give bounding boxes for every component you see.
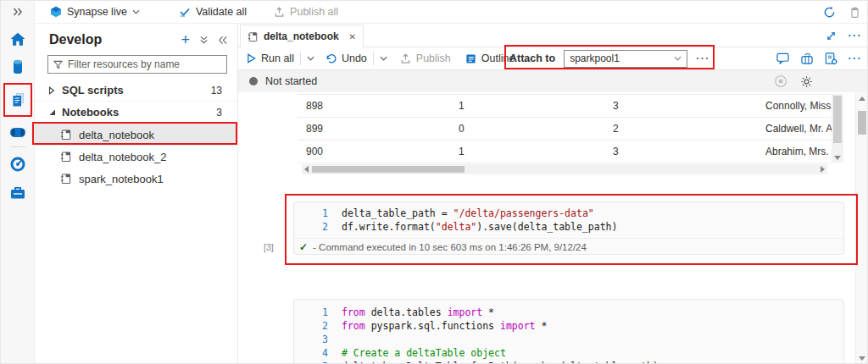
database-icon bbox=[11, 59, 25, 74]
code-line: 2 from pyspark.sql.functions import * bbox=[294, 319, 843, 333]
notebook-scrollbar-thumb[interactable] bbox=[858, 111, 866, 135]
refresh-icon[interactable] bbox=[823, 6, 836, 19]
table-horizontal-scrollbar[interactable] bbox=[302, 164, 827, 174]
collapse-all-icon[interactable] bbox=[199, 35, 209, 45]
run-all-label: Run all bbox=[261, 52, 294, 64]
develop-panel: Develop + SQL scripts 13 Notebooks 3 de bbox=[35, 24, 238, 364]
attach-to-dropdown[interactable]: sparkpool1 bbox=[564, 50, 687, 68]
tree-item-label: delta_notebook bbox=[79, 129, 154, 141]
table-cell: 899 bbox=[298, 123, 450, 135]
run-all-button[interactable]: Run all bbox=[247, 52, 294, 64]
develop-panel-title: Develop bbox=[49, 32, 102, 47]
spark-pool-icon[interactable] bbox=[800, 52, 814, 65]
undo-button[interactable]: Undo bbox=[326, 52, 367, 64]
session-status-bar: Not started bbox=[238, 70, 868, 92]
table-row[interactable]: 899 0 2 Caldwell, Mr. Albert bbox=[298, 117, 832, 140]
results-table: 898 1 3 Connolly, Miss. Kate 899 0 2 Cal… bbox=[298, 94, 832, 163]
tree-item-spark-notebook1[interactable]: spark_notebook1 bbox=[35, 168, 237, 190]
expand-rail-button[interactable] bbox=[1, 4, 35, 19]
toolbar-more-actions-icon[interactable]: ··· bbox=[849, 52, 863, 64]
code-text: df.write.format("delta").save(delta_tabl… bbox=[328, 221, 617, 233]
validate-all-button[interactable]: Validate all bbox=[170, 1, 255, 23]
nav-integrate-button[interactable] bbox=[1, 123, 35, 141]
table-row[interactable]: 900 1 3 Abrahim, Mrs. Josep bbox=[298, 140, 832, 163]
section-label: Notebooks bbox=[62, 106, 119, 119]
run-play-icon bbox=[247, 53, 256, 63]
branch-mode-dropdown[interactable]: Synapse live bbox=[42, 1, 148, 23]
editor-tab-bar: delta_notebook ✕ ··· bbox=[238, 24, 868, 47]
tree-item-delta-notebook[interactable]: delta_notebook bbox=[35, 124, 237, 146]
publish-upload-icon bbox=[274, 7, 285, 18]
publish-button[interactable]: Publish bbox=[400, 52, 451, 64]
session-status-actions bbox=[774, 70, 813, 92]
nav-manage-button[interactable] bbox=[1, 183, 35, 201]
cell-execution-index: [3] bbox=[264, 242, 274, 252]
synapse-studio-window: Synapse live Validate all Publish all De… bbox=[0, 0, 868, 364]
table-row[interactable]: 898 1 3 Connolly, Miss. Kate bbox=[298, 94, 832, 117]
develop-icon bbox=[11, 92, 25, 108]
scroll-down-arrow[interactable] bbox=[859, 356, 865, 361]
tree-section-sql-scripts[interactable]: SQL scripts 13 bbox=[35, 80, 237, 102]
session-status-dot bbox=[249, 77, 258, 85]
code-cell-2[interactable]: 1 from delta.tables import * 2 from pysp… bbox=[293, 299, 844, 364]
filter-resources-box bbox=[47, 55, 227, 74]
tab-delta-notebook[interactable]: delta_notebook ✕ bbox=[240, 25, 364, 48]
nav-monitor-button[interactable] bbox=[1, 155, 35, 174]
toolbar-left-group: Run all Undo Publish Outline bbox=[247, 47, 515, 69]
table-scrollbar-thumb[interactable] bbox=[833, 96, 842, 143]
line-number: 2 bbox=[294, 320, 328, 332]
table-hscrollbar-thumb[interactable] bbox=[312, 166, 465, 173]
rail-divider bbox=[10, 146, 25, 147]
run-options-chevron-icon[interactable] bbox=[307, 56, 314, 61]
discard-trash-icon[interactable] bbox=[849, 6, 860, 19]
monitor-gauge-icon bbox=[10, 157, 25, 172]
code-cell-1[interactable]: 1 delta_table_path = "/delta/passengers-… bbox=[293, 201, 844, 255]
nav-data-button[interactable] bbox=[1, 57, 35, 77]
publish-upload-icon bbox=[400, 53, 411, 64]
tree-item-delta-notebook-2[interactable]: delta_notebook_2 bbox=[35, 146, 237, 168]
cell-execution-status: ✓ - Command executed in 10 sec 603 ms on… bbox=[294, 238, 843, 255]
tree-section-notebooks[interactable]: Notebooks 3 bbox=[35, 102, 237, 124]
chevron-expanded-icon bbox=[48, 108, 60, 116]
table-cell: Caldwell, Mr. Albert bbox=[757, 123, 832, 135]
notebook-editor-area: delta_notebook ✕ ··· Run all Undo bbox=[238, 24, 868, 364]
collapse-panel-icon[interactable] bbox=[218, 36, 227, 45]
filter-resources-input[interactable] bbox=[68, 58, 221, 70]
line-number: 2 bbox=[294, 221, 328, 233]
table-vertical-scrollbar[interactable] bbox=[832, 94, 843, 163]
code-text: from delta.tables import * bbox=[328, 306, 494, 318]
tab-more-actions-icon[interactable]: ··· bbox=[849, 30, 863, 41]
table-cell: 1 bbox=[450, 146, 604, 157]
left-nav-rail bbox=[1, 1, 35, 364]
execution-status-text: - Command executed in 10 sec 603 ms on 1… bbox=[313, 242, 587, 252]
code-line: 5 deltatab = DeltaTable.forPath(spark, d… bbox=[294, 360, 843, 364]
scroll-down-arrow[interactable] bbox=[834, 156, 841, 160]
table-cell: 898 bbox=[298, 100, 450, 112]
close-tab-icon[interactable]: ✕ bbox=[349, 32, 356, 41]
code-text: deltatab = DeltaTable.forPath(spark, del… bbox=[328, 361, 659, 364]
notebook-vertical-scrollbar[interactable] bbox=[855, 92, 867, 364]
undo-options-chevron-icon[interactable] bbox=[380, 56, 387, 61]
tabbar-right-actions: ··· bbox=[826, 24, 863, 47]
stop-session-icon[interactable] bbox=[774, 74, 787, 88]
add-resource-button[interactable]: + bbox=[181, 32, 190, 47]
notebook-icon bbox=[248, 31, 258, 42]
publish-all-button[interactable]: Publish all bbox=[265, 1, 347, 23]
expand-editor-icon[interactable] bbox=[826, 30, 837, 41]
table-cell: 3 bbox=[604, 146, 757, 157]
top-command-bar: Synapse live Validate all Publish all bbox=[35, 1, 868, 24]
nav-develop-button[interactable] bbox=[1, 88, 35, 112]
attach-more-actions-icon[interactable]: ··· bbox=[696, 52, 710, 64]
comments-icon[interactable] bbox=[776, 52, 789, 64]
scroll-left-arrow[interactable] bbox=[304, 166, 309, 173]
nav-home-button[interactable] bbox=[1, 30, 35, 48]
scroll-up-arrow[interactable] bbox=[859, 97, 865, 101]
code-line: 1 delta_table_path = "/delta/passengers-… bbox=[294, 207, 843, 220]
outline-button[interactable]: Outline bbox=[465, 52, 515, 64]
settings-gear-icon[interactable] bbox=[800, 75, 813, 88]
scroll-right-arrow[interactable] bbox=[821, 166, 825, 173]
tab-title: delta_notebook bbox=[264, 30, 343, 42]
publish-all-label: Publish all bbox=[290, 6, 338, 18]
session-config-icon[interactable] bbox=[825, 52, 837, 65]
section-label: SQL scripts bbox=[62, 84, 124, 97]
